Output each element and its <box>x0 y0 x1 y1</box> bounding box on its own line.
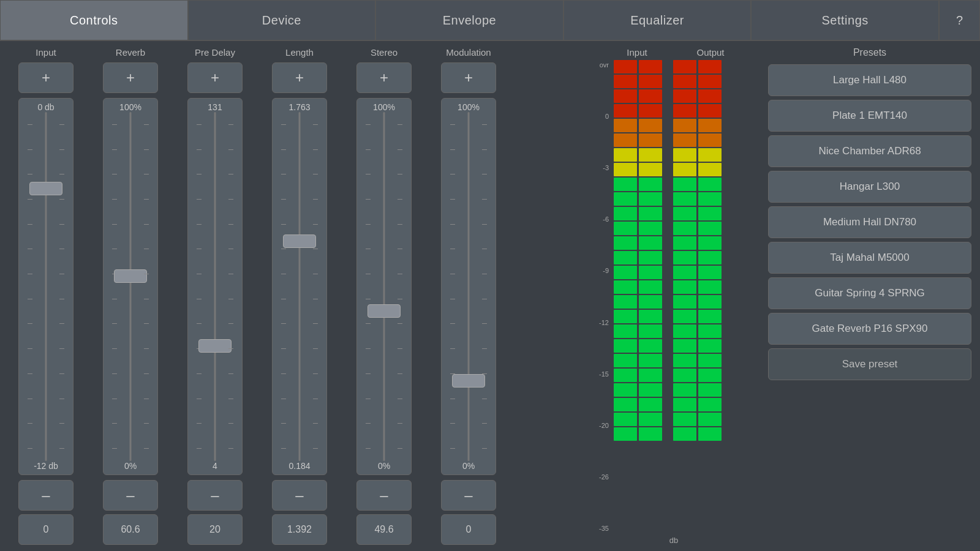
length-column: Length + 1.763 <box>260 47 339 545</box>
vu-bar-output-0 <box>673 60 696 533</box>
vu-bar-output-1 <box>698 60 722 533</box>
length-fader-thumb[interactable] <box>283 234 316 248</box>
vu-input-label: Input <box>612 47 662 58</box>
modulation-fader-thumb[interactable] <box>452 374 485 388</box>
input-value-bot: -12 db <box>34 461 58 471</box>
reverb-minus-btn[interactable]: – <box>103 480 158 511</box>
length-value-bot: 0.184 <box>288 461 310 471</box>
input-fader-container: 0 db <box>18 98 74 475</box>
pre-delay-plus-btn[interactable]: + <box>187 62 243 93</box>
vu-scale-label: -12 <box>599 319 609 326</box>
length-plus-btn[interactable]: + <box>272 62 327 93</box>
input-label: Input <box>36 47 56 58</box>
modulation-value-bot: 0% <box>462 461 475 471</box>
modulation-column: Modulation + 100% <box>429 47 508 545</box>
presets-panel: Presets Large Hall L480 Plate 1 EMT140 N… <box>760 41 980 551</box>
pre-delay-label: Pre Delay <box>195 47 235 58</box>
input-minus-btn[interactable]: – <box>18 480 74 511</box>
modulation-label: Modulation <box>446 47 491 58</box>
input-value-top: 0 db <box>37 102 54 112</box>
reverb-value-input[interactable] <box>103 514 158 545</box>
pre-delay-minus-btn[interactable]: – <box>187 480 243 511</box>
vu-db-label: db <box>588 536 760 545</box>
modulation-value-input[interactable] <box>441 514 496 545</box>
preset-medium-hall[interactable]: Medium Hall DN780 <box>768 206 971 238</box>
vu-scale-label: -20 <box>599 422 609 429</box>
preset-gate-reverb[interactable]: Gate Reverb P16 SPX90 <box>768 313 971 345</box>
reverb-fader-thumb[interactable] <box>114 269 147 283</box>
vu-output-group <box>673 60 722 533</box>
help-button[interactable]: ? <box>939 0 980 40</box>
nav-envelope[interactable]: Envelope <box>375 0 564 40</box>
stereo-plus-btn[interactable]: + <box>356 62 412 93</box>
input-plus-btn[interactable]: + <box>18 62 74 93</box>
length-value-top: 1.763 <box>288 102 310 112</box>
stereo-column: Stereo + 100% <box>344 47 424 545</box>
pre-delay-value-bot: 4 <box>213 461 217 471</box>
nav-settings[interactable]: Settings <box>751 0 939 40</box>
controls-area: Input + 0 db <box>0 41 588 551</box>
modulation-minus-btn[interactable]: – <box>441 480 496 511</box>
modulation-fader-container: 100% <box>441 98 496 475</box>
input-column: Input + 0 db <box>6 47 86 545</box>
vu-output-label: Output <box>686 47 735 58</box>
vu-scale-label: -3 <box>603 164 609 171</box>
pre-delay-fader-container: 131 <box>187 98 243 475</box>
vu-scale-label: -35 <box>599 525 609 532</box>
preset-taj-mahal[interactable]: Taj Mahal M5000 <box>768 242 971 274</box>
save-preset-button[interactable]: Save preset <box>768 348 971 380</box>
pre-delay-column: Pre Delay + 131 <box>175 47 255 545</box>
pre-delay-value-top: 131 <box>208 102 222 112</box>
vu-scale-label: -6 <box>603 216 609 223</box>
vu-scale-label: ovr <box>600 61 609 69</box>
length-label: Length <box>285 47 314 58</box>
reverb-label: Reverb <box>116 47 145 58</box>
input-value-input[interactable] <box>18 514 74 545</box>
stereo-fader-container: 100% <box>356 98 412 475</box>
preset-large-hall[interactable]: Large Hall L480 <box>768 64 971 96</box>
reverb-value-top: 100% <box>119 102 141 112</box>
reverb-column: Reverb + 100% <box>91 47 170 545</box>
nav-controls[interactable]: Controls <box>0 0 188 40</box>
modulation-value-top: 100% <box>458 102 480 112</box>
vu-labels-row: Input Output <box>588 47 760 58</box>
length-value-input[interactable] <box>272 514 327 545</box>
preset-nice-chamber[interactable]: Nice Chamber ADR68 <box>768 135 971 167</box>
stereo-value-bot: 0% <box>378 461 390 471</box>
reverb-value-bot: 0% <box>124 461 137 471</box>
vu-bar-input-0 <box>614 60 637 533</box>
top-nav: Controls Device Envelope Equalizer Setti… <box>0 0 980 41</box>
stereo-value-input[interactable] <box>356 514 412 545</box>
stereo-minus-btn[interactable]: – <box>356 480 412 511</box>
vu-scale-label: -15 <box>599 370 609 378</box>
vu-scale-label: -26 <box>599 473 609 481</box>
modulation-plus-btn[interactable]: + <box>441 62 496 93</box>
stereo-value-top: 100% <box>373 102 395 112</box>
vu-scale-label: -9 <box>603 267 609 274</box>
preset-guitar-spring[interactable]: Guitar Spring 4 SPRNG <box>768 277 971 309</box>
input-fader-thumb[interactable] <box>29 182 62 195</box>
vu-section: Input Output ovr0-3-6-9-12-15-20-26-35 d… <box>588 41 760 551</box>
vu-scale-label: 0 <box>605 113 609 120</box>
stereo-fader-thumb[interactable] <box>368 304 401 318</box>
pre-delay-fader-thumb[interactable] <box>198 339 232 353</box>
length-minus-btn[interactable]: – <box>272 480 327 511</box>
stereo-label: Stereo <box>371 47 398 58</box>
vu-input-group <box>614 60 662 533</box>
nav-equalizer[interactable]: Equalizer <box>564 0 752 40</box>
reverb-fader-container: 100% <box>103 98 158 475</box>
pre-delay-value-input[interactable] <box>187 514 243 545</box>
main-area: Input + 0 db <box>0 41 980 551</box>
presets-title: Presets <box>768 47 971 58</box>
reverb-plus-btn[interactable]: + <box>103 62 158 93</box>
nav-device[interactable]: Device <box>188 0 376 40</box>
preset-hangar[interactable]: Hangar L300 <box>768 171 971 203</box>
preset-plate-emt[interactable]: Plate 1 EMT140 <box>768 100 971 132</box>
vu-bar-input-1 <box>639 60 662 533</box>
length-fader-container: 1.763 <box>272 98 327 475</box>
